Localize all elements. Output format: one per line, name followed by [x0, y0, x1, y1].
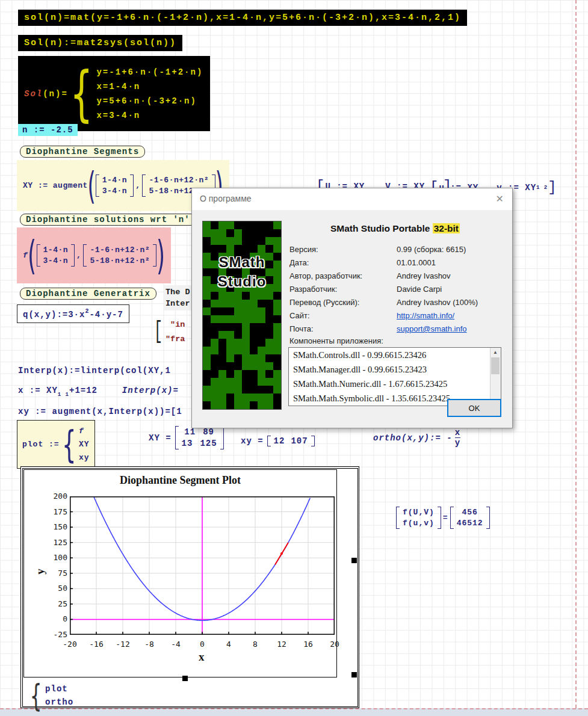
- chart-title: Diophantine Segment Plot: [24, 474, 336, 487]
- about-dialog: О программе ✕ SMathStudio SMath Studio P…: [191, 188, 513, 428]
- formula-interp-definition[interactable]: Interp(x):=linterp(col(XY,1: [18, 366, 191, 375]
- components-listbox[interactable]: SMath.Controls.dll - 0.99.6615.23426 SMa…: [288, 347, 501, 406]
- formula-f-call[interactable]: f ( 1-4·n3-4·n , -1-6·n+12·n²5-18·n+12·n…: [17, 227, 171, 283]
- email-label: Почта:: [289, 324, 314, 333]
- developer-value: Davide Carpi: [397, 285, 442, 294]
- dialog-title: О программе: [200, 194, 252, 203]
- component-item[interactable]: SMath.Manager.dll - 0.99.6615.23423: [289, 362, 491, 377]
- formula-x-assign[interactable]: x := XY1 1+1=12 Interp(x)=: [18, 386, 191, 398]
- open-paren: (: [28, 232, 36, 279]
- comma: ,: [135, 181, 140, 190]
- formula-text: Interp(x):=linterp(col(XY,1: [18, 366, 171, 375]
- formula-q-definition[interactable]: q(x,y):=3·x2-4·y-7: [17, 304, 129, 323]
- lhs: xy =: [241, 436, 264, 446]
- text-note[interactable]: The D Inter: [164, 285, 193, 310]
- function-name: Sol: [24, 89, 43, 99]
- string-value: "fra: [166, 332, 185, 347]
- lhs: ortho(x,y):= -: [373, 433, 453, 443]
- formula-text: sol(n)=mat(y=-1+6·n·(-1+2·n),x=1-4·n,y=5…: [24, 13, 461, 23]
- equation: x=1-4·n: [96, 79, 203, 94]
- x-axis-label: x: [199, 650, 205, 664]
- plot-canvas[interactable]: [70, 496, 335, 635]
- label-diophantine-solutions[interactable]: Diophantine solutions wrt 'n': [20, 214, 196, 226]
- q-pre: q(x,y):=3·x: [23, 310, 85, 319]
- list-item: ortho: [45, 696, 73, 709]
- formula-xy-result[interactable]: xy = 12107: [241, 436, 315, 446]
- interp-eval: Interp(x)=: [122, 386, 179, 395]
- list-brace: {: [30, 677, 42, 714]
- developer-label: Разработчик:: [289, 285, 337, 294]
- logo-pattern: [203, 221, 281, 409]
- component-item[interactable]: SMath.Controls.dll - 0.99.6615.23426: [289, 348, 491, 362]
- formula-text: Sol(n):=mat2sys(sol(n)): [24, 38, 176, 48]
- subscript: 1 2: [536, 185, 548, 191]
- q-post: -4·y-7: [89, 310, 123, 319]
- note-line: The D: [166, 286, 193, 298]
- formula-sol-definition[interactable]: sol(n)=mat(y=-1+6·n·(-1+2·n),x=1-4·n,y=5…: [18, 10, 467, 26]
- scroll-up-icon[interactable]: ▲: [491, 348, 500, 357]
- n-assignment[interactable]: n := -2.5: [18, 124, 78, 136]
- formula-Sol-system[interactable]: Sol(n)= { y=-1+6·n·(-1+2·n) x=1-4·n y=5+…: [18, 56, 210, 131]
- plot-region[interactable]: Diophantine Segment Plot -25025507510012…: [20, 466, 359, 708]
- plot-item: xy: [79, 451, 90, 464]
- n-value: n := -2.5: [22, 125, 73, 135]
- version-label: Версия:: [289, 245, 318, 254]
- page-bottom-margin: [0, 708, 588, 716]
- fUV-matrix: f(U,V)f(u,v): [396, 507, 441, 529]
- plot-item: f: [79, 425, 90, 438]
- formula-fUV-result[interactable]: f(U,V)f(u,v) = 45646512: [396, 507, 490, 529]
- lhs: plot :=: [22, 440, 60, 449]
- matrix-xn: 1-4·n3-4·n: [37, 244, 75, 267]
- resize-handle-bottom[interactable]: [182, 676, 188, 681]
- author-label: Автор, разработчик:: [289, 271, 362, 280]
- email-link[interactable]: support@smath.info: [397, 324, 467, 333]
- open-paren: (: [87, 164, 96, 208]
- resize-handle-corner[interactable]: [351, 672, 357, 677]
- label-diophantine-generatrix[interactable]: Diophantine Generatrix: [20, 288, 156, 300]
- site-link[interactable]: http://smath.info/: [397, 311, 454, 320]
- dialog-titlebar[interactable]: О программе ✕: [192, 188, 512, 210]
- xy-matrix: 12107: [267, 436, 315, 446]
- string-value: "in: [170, 318, 185, 332]
- smath-logo: SMathStudio: [202, 221, 282, 410]
- site-label: Сайт:: [289, 311, 310, 320]
- ok-label: OK: [469, 404, 480, 413]
- author-value: Andrey Ivashov: [397, 271, 451, 280]
- scrollbar-thumb[interactable]: [491, 357, 500, 374]
- comma: ,: [76, 251, 81, 260]
- equation: y=-1+6·n·(-1+2·n): [96, 65, 203, 79]
- x-mid: +1=12: [69, 386, 97, 395]
- formula-ortho-definition[interactable]: ortho(x,y):= - x y: [373, 428, 460, 448]
- label-text: Diophantine Segments: [26, 147, 139, 156]
- chart-box[interactable]: Diophantine Segment Plot -25025507510012…: [23, 469, 337, 677]
- resize-handle-right[interactable]: [351, 558, 357, 563]
- date-value: 01.01.0001: [397, 258, 436, 267]
- matrix-xn: 1-4·n3-4·n: [96, 174, 134, 197]
- equals-sign: =: [443, 513, 448, 522]
- close-icon[interactable]: ✕: [496, 193, 504, 205]
- lhs: XY =: [149, 433, 172, 443]
- list-item: plot: [45, 682, 73, 696]
- close-paren: ): [156, 232, 165, 279]
- plot-arguments-list[interactable]: { plot ortho: [26, 677, 73, 714]
- label-text: Diophantine Generatrix: [26, 289, 150, 298]
- formula-plot-definition[interactable]: plot := { f XY xy: [17, 420, 95, 469]
- ok-button[interactable]: OK: [447, 399, 501, 417]
- listbox-scrollbar[interactable]: ▲ ▼: [490, 348, 501, 406]
- logo-text: SMathStudio: [203, 253, 281, 292]
- close-bracket: ]: [548, 179, 557, 196]
- XY-matrix: 1189 13125: [175, 426, 224, 449]
- bitness-highlight: 32-bit: [433, 223, 460, 233]
- formula-Sol-mat2sys[interactable]: Sol(n):=mat2sys(sol(n)): [18, 35, 182, 51]
- formula-string-result[interactable]: [ "in "fra: [151, 318, 191, 347]
- date-label: Дата:: [289, 258, 309, 267]
- plot-item: XY: [79, 438, 90, 451]
- formula-xy-assign[interactable]: xy := augment(x,Interp(x))=[1: [18, 407, 191, 416]
- fUV-values: 45646512: [450, 507, 490, 529]
- lhs-rest: (n)=: [43, 89, 68, 99]
- app-title: SMath Studio Portable 32-bit: [285, 223, 505, 234]
- formula-XY-result[interactable]: XY = 1189 13125: [149, 426, 224, 449]
- component-item[interactable]: SMath.Math.Numeric.dll - 1.67.6615.23425: [289, 377, 491, 391]
- label-text: Diophantine solutions wrt 'n': [26, 215, 190, 224]
- label-diophantine-segments[interactable]: Diophantine Segments: [20, 146, 145, 158]
